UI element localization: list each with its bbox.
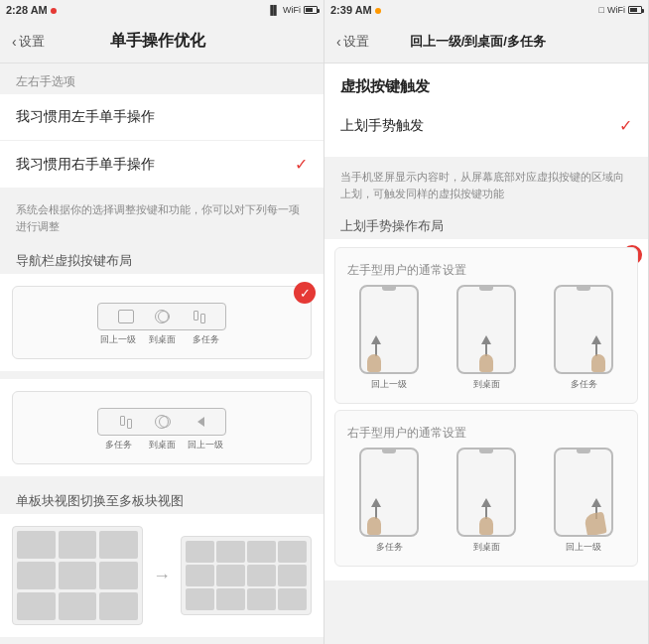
left-status-icons: ▐▌ WiFi xyxy=(267,5,318,15)
left-nav-bar: ‹ 设置 单手操作优化 xyxy=(0,20,324,64)
right-arrow-2 xyxy=(481,498,491,519)
right-hand-gesture-grid: 多任务 到桌面 xyxy=(343,444,629,558)
left-status-dot xyxy=(51,5,57,16)
swipe-up-option[interactable]: 上划手势触发 ✓ xyxy=(340,108,632,143)
right-hand-group-label: 右手型用户的通常设置 xyxy=(343,419,629,444)
right-page-title: 回上一级/到桌面/多任务 xyxy=(324,33,636,51)
swipe-up-label: 上划手势触发 xyxy=(340,117,424,135)
grid-view-card: → xyxy=(0,514,324,637)
grid-view-container: → xyxy=(12,526,312,625)
right-arrow-1 xyxy=(371,498,381,519)
right-phone-notch-2 xyxy=(479,450,493,453)
left-page-title: 单手操作优化 xyxy=(5,31,312,52)
layout1-inner: 回上一级 到桌面 多任务 xyxy=(12,286,312,359)
layout2-navbar xyxy=(97,408,226,436)
nav-layout-section-title: 导航栏虚拟按键布局 xyxy=(0,244,324,274)
right-finger-2 xyxy=(479,517,493,535)
phone-notch-1 xyxy=(382,287,396,291)
left-hand-gesture-grid: 回上一级 到桌面 xyxy=(343,281,629,395)
left-hand-group-label: 左手型用户的通常设置 xyxy=(343,256,629,281)
arrow-icon: → xyxy=(153,566,171,586)
layout1-label-1: 到桌面 xyxy=(140,333,184,346)
right-phone-3: 回上一级 xyxy=(538,448,629,554)
layout1-labels: 回上一级 到桌面 多任务 xyxy=(92,333,231,346)
grid-section-label: 单板块视图切换至多板块视图 xyxy=(0,484,324,514)
signal-icon: ▐▌ xyxy=(267,5,280,15)
phone-notch-2 xyxy=(479,287,493,291)
right-phone-body-2 xyxy=(456,448,516,537)
right-phone-body-3 xyxy=(554,448,613,537)
phone-notch-3 xyxy=(577,287,590,291)
arrow-up-left xyxy=(371,335,381,356)
left-phone-2: 到桌面 xyxy=(441,285,532,391)
left-phone-3: 多任务 xyxy=(538,285,629,391)
left-gesture-label-2: 多任务 xyxy=(571,378,597,391)
left-time: 2:28 AM xyxy=(6,4,48,16)
right-battery-icon xyxy=(628,6,642,14)
right-signal-icon: □ xyxy=(599,5,604,15)
left-gesture-label-0: 回上一级 xyxy=(371,378,407,391)
layout2-label-2: 回上一级 xyxy=(184,439,227,451)
virtual-btn-title: 虚拟按键触发 xyxy=(340,77,632,96)
layout2-labels: 多任务 到桌面 回上一级 xyxy=(92,439,231,451)
right-panel: 2:39 AM □ WiFi ‹ 设置 回上一级/到桌面/多任务 虚拟按键触发 … xyxy=(324,0,649,644)
right-phone-notch-1 xyxy=(382,450,396,453)
right-phone-body-1 xyxy=(359,448,419,537)
back-btn-icon xyxy=(118,310,134,323)
right-finger-1 xyxy=(367,517,381,535)
right-phone-notch-3 xyxy=(577,450,590,453)
battery-icon xyxy=(304,6,318,14)
left-status-bar: 2:28 AM ▐▌ WiFi xyxy=(0,0,324,20)
layout1-selected-icon: ✓ xyxy=(294,282,316,304)
right-hand-check-icon: ✓ xyxy=(295,155,308,174)
virtual-btn-section: 虚拟按键触发 上划手势触发 ✓ xyxy=(324,64,648,157)
arrow-up-right xyxy=(591,335,601,356)
right-hand-option[interactable]: 我习惯用右手单手操作 ✓ xyxy=(0,141,324,188)
multitask-btn-icon xyxy=(194,311,205,323)
right-content: 虚拟按键触发 上划手势触发 ✓ 当手机竖屏显示内容时，从屏幕底部对应虚拟按键的区… xyxy=(324,64,648,644)
right-finger-3 xyxy=(584,511,607,536)
right-status-dot xyxy=(375,5,381,16)
phone-body-3 xyxy=(554,285,613,374)
right-hand-group: 右手型用户的通常设置 多任务 xyxy=(334,410,638,567)
right-status-bar: 2:39 AM □ WiFi xyxy=(324,0,648,20)
left-hand-group: 左手型用户的通常设置 xyxy=(334,247,638,404)
swipe-up-check-icon: ✓ xyxy=(619,116,632,135)
layout2-inner: 多任务 到桌面 回上一级 xyxy=(12,391,312,464)
left-phone-1: 回上一级 xyxy=(343,285,435,391)
finger-icon-2 xyxy=(479,354,493,372)
home2-btn-icon xyxy=(159,416,171,428)
finger-icon-3 xyxy=(591,354,605,372)
layout1-label-2: 多任务 xyxy=(184,333,227,346)
left-hand-label: 我习惯用左手单手操作 xyxy=(16,108,155,126)
nav-layout-card-2[interactable]: 多任务 到桌面 回上一级 xyxy=(0,379,324,476)
layout2-label-0: 多任务 xyxy=(96,439,140,451)
right-phone-1: 多任务 xyxy=(343,448,435,554)
gesture-layout-label: 上划手势操作布局 xyxy=(324,209,648,239)
nav-layout-card-1[interactable]: ✓ 回上一级 xyxy=(0,274,324,371)
layout1-mockup: 回上一级 到桌面 多任务 xyxy=(23,297,301,348)
finger-icon-1 xyxy=(367,354,381,372)
layout1-navbar xyxy=(97,303,226,330)
right-nav-bar: ‹ 设置 回上一级/到桌面/多任务 xyxy=(324,20,648,64)
arrow-up-center xyxy=(481,335,491,356)
right-wifi-icon: WiFi xyxy=(607,5,625,15)
right-time: 2:39 AM xyxy=(330,4,372,16)
layout2-mockup: 多任务 到桌面 回上一级 xyxy=(23,402,301,453)
right-status-icons: □ WiFi xyxy=(599,5,642,15)
right-gesture-label-0: 多任务 xyxy=(376,541,403,554)
wifi-icon: WiFi xyxy=(283,5,301,15)
home-btn-icon xyxy=(158,311,170,322)
handedness-card: 我习惯用左手单手操作 我习惯用右手单手操作 ✓ xyxy=(0,94,324,188)
handedness-section-label: 左右手选项 xyxy=(0,64,324,94)
left-hand-option[interactable]: 我习惯用左手单手操作 xyxy=(0,94,324,141)
back2-btn-icon xyxy=(197,417,204,427)
multitask2-btn-icon xyxy=(120,416,132,429)
gesture-desc: 当手机竖屏显示内容时，从屏幕底部对应虚拟按键的区域向上划，可触发同样的虚拟按键功… xyxy=(324,165,648,209)
right-phone-2: 到桌面 xyxy=(441,448,532,554)
right-hand-label: 我习惯用右手单手操作 xyxy=(16,156,155,174)
handedness-desc: 系统会根据你的选择调整按键和功能，你可以对下列每一项进行调整 xyxy=(0,195,324,244)
layout1-label-0: 回上一级 xyxy=(96,333,140,346)
left-panel: 2:28 AM ▐▌ WiFi ‹ 设置 单手操作优化 左右手选项 我习惯用左手… xyxy=(0,0,324,644)
left-content: 左右手选项 我习惯用左手单手操作 我习惯用右手单手操作 ✓ 系统会根据你的选择调… xyxy=(0,64,324,644)
